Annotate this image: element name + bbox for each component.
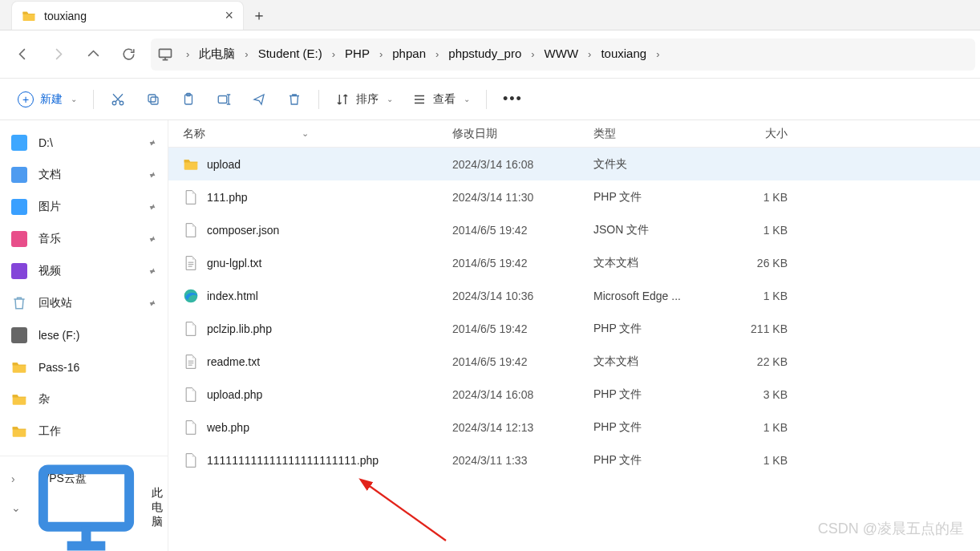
breadcrumb-segment[interactable]: 此电脑 [199,47,235,60]
pin-icon [146,170,156,180]
back-button[interactable] [5,38,40,71]
forward-button[interactable] [40,38,75,71]
file-date: 2014/6/5 19:42 [452,257,593,269]
rename-icon [217,92,231,107]
file-date: 2024/3/14 11:30 [452,191,593,204]
refresh-button[interactable] [111,38,146,71]
toolbar: + 新建 ⌄ 排序 ⌄ 查看 ⌄ ••• [0,79,980,120]
sidebar-item[interactable]: 杂 [0,383,168,415]
folder-icon [22,9,36,23]
file-row[interactable]: 111.php2024/3/14 11:30PHP 文件1 KB [168,180,980,213]
sidebar-item[interactable]: 回收站 [0,287,168,319]
chevron-right-icon: › [588,48,591,60]
file-row[interactable]: composer.json2014/6/5 19:42JSON 文件1 KB [168,213,980,246]
arrow-left-icon [15,47,30,62]
pin-icon [146,234,156,245]
view-button[interactable]: 查看 ⌄ [403,85,480,114]
paste-icon [181,92,196,107]
file-size: 1 KB [715,454,788,467]
close-icon[interactable]: × [225,7,233,24]
sort-indicator-icon: ⌄ [302,128,309,139]
file-icon [183,387,199,403]
sidebar-item-label: 音乐 [38,232,61,246]
edge-icon [183,288,199,304]
sidebar-item-label: 文档 [38,168,61,182]
chevron-right-icon: › [245,48,248,60]
file-date: 2024/3/14 16:08 [452,158,593,171]
file-row[interactable]: gnu-lgpl.txt2014/6/5 19:42文本文档26 KB [168,246,980,279]
divider [486,90,487,109]
column-header-name[interactable]: 名称 ⌄ [183,127,452,141]
file-type: 文件夹 [593,157,715,172]
sidebar-item[interactable]: 音乐 [0,223,168,255]
sidebar-item[interactable]: 视频 [0,255,168,287]
chevron-right-icon: › [332,48,335,60]
ellipsis-icon: ••• [503,91,523,107]
sidebar-item[interactable]: 图片 [0,191,168,223]
refresh-icon [121,47,136,62]
cut-button[interactable] [100,85,136,114]
sidebar-item-label: D:\ [38,136,53,149]
file-row[interactable]: upload2024/3/14 16:08文件夹 [168,148,980,180]
delete-button[interactable] [277,85,312,114]
sort-button[interactable]: 排序 ⌄ [326,85,403,114]
sidebar-item-label: Pass-16 [38,361,79,374]
new-button[interactable]: + 新建 ⌄ [8,85,87,114]
breadcrumb-segment[interactable]: phpstudy_pro [448,47,521,60]
column-header-type[interactable]: 类型 [593,127,715,141]
pin-icon [146,202,156,213]
paste-button[interactable] [171,85,206,114]
divider [93,90,94,109]
file-row[interactable]: index.html2024/3/14 10:36Microsoft Edge … [168,279,980,312]
file-date: 2024/3/14 16:08 [452,388,593,401]
file-size: 1 KB [715,421,788,434]
file-icon [183,452,199,468]
file-size: 26 KB [715,257,788,269]
more-button[interactable]: ••• [493,85,533,114]
column-header-size[interactable]: 大小 [715,127,788,141]
file-row[interactable]: readme.txt2014/6/5 19:42文本文档22 KB [168,345,980,378]
tree-item[interactable]: ⌄此电脑 [0,493,168,522]
file-row[interactable]: pclzip.lib.php2014/6/5 19:42PHP 文件211 KB [168,312,980,345]
file-size: 1 KB [715,191,788,204]
breadcrumb-segment[interactable]: PHP [345,47,370,60]
sidebar-item[interactable]: Pass-16 [0,351,168,383]
file-size: 22 KB [715,355,788,368]
copy-button[interactable] [136,85,171,114]
file-row[interactable]: web.php2024/3/14 12:13PHP 文件1 KB [168,411,980,444]
sidebar-item-label: lese (F:) [38,329,79,342]
sidebar-item[interactable]: 工作 [0,415,168,448]
text-file-icon [183,255,199,271]
copy-icon [146,92,160,107]
column-headers[interactable]: 名称 ⌄ 修改日期 类型 大小 [168,120,980,148]
rename-button[interactable] [206,85,241,114]
sidebar-item[interactable]: D:\ [0,127,168,159]
up-button[interactable] [75,38,111,71]
file-name: 111111111111111111111111.php [207,454,379,467]
file-name: pclzip.lib.php [207,322,272,335]
sidebar: D:\文档图片音乐视频回收站lese (F:)Pass-16杂工作 ›WPS云盘… [0,120,168,551]
sidebar-item[interactable]: lese (F:) [0,319,168,351]
chevron-right-icon[interactable]: › [11,472,22,485]
file-type: PHP 文件 [593,322,715,336]
file-row[interactable]: 111111111111111111111111.php2024/3/11 1:… [168,444,980,476]
sidebar-item-label: 视频 [38,264,61,278]
tab-active[interactable]: touxiang × [11,1,244,30]
file-type: PHP 文件 [593,420,715,435]
chevron-down-icon[interactable]: ⌄ [11,501,21,514]
new-tab-button[interactable]: ＋ [244,1,274,30]
column-header-date[interactable]: 修改日期 [452,127,593,141]
breadcrumb-segment[interactable]: WWW [545,47,578,60]
tree-item-label: 此电脑 [152,486,168,529]
breadcrumb-segment[interactable]: Student (E:) [258,47,322,60]
breadcrumb-segment[interactable]: touxiang [601,47,646,60]
breadcrumb[interactable]: ›此电脑›Student (E:)›PHP›phpan›phpstudy_pro… [151,38,975,71]
sidebar-item[interactable]: 文档 [0,159,168,191]
file-date: 2024/3/14 10:36 [452,290,593,302]
file-type: JSON 文件 [593,223,715,237]
file-date: 2024/3/14 12:13 [452,421,593,434]
share-button[interactable] [241,85,277,114]
file-size: 3 KB [715,388,788,401]
breadcrumb-segment[interactable]: phpan [392,47,426,60]
file-row[interactable]: upload.php2024/3/14 16:08PHP 文件3 KB [168,378,980,411]
